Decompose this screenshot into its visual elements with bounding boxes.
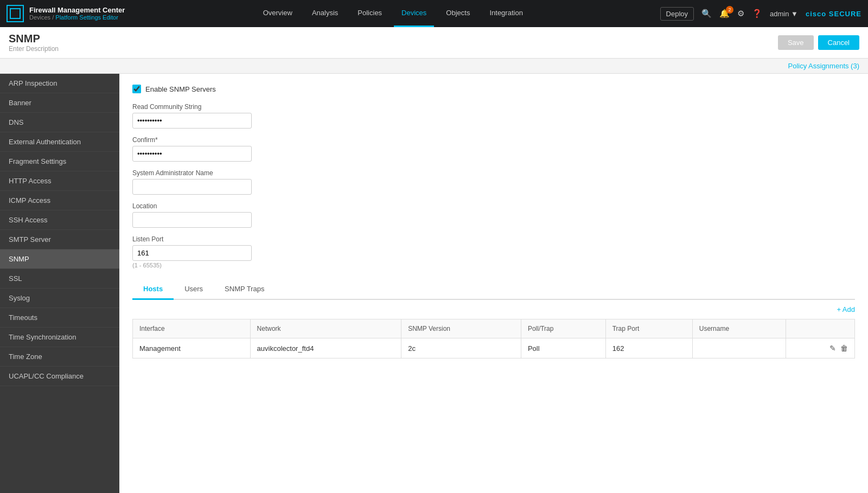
confirm-group: Confirm* bbox=[132, 136, 855, 162]
admin-menu[interactable]: admin ▼ bbox=[770, 10, 798, 18]
col-header-snmp-version: SNMP Version bbox=[401, 319, 521, 338]
tab-users[interactable]: Users bbox=[174, 279, 214, 300]
policy-assignments-link[interactable]: Policy Assignments (3) bbox=[788, 62, 860, 70]
nav-item-policies[interactable]: Policies bbox=[350, 0, 390, 27]
enable-snmp-label: Enable SNMP Servers bbox=[145, 85, 216, 93]
app-title: Firewall Management Center Devices / Pla… bbox=[29, 6, 125, 22]
sidebar-item-snmp[interactable]: SNMP bbox=[0, 249, 119, 269]
sidebar-item-time-synchronization[interactable]: Time Synchronization bbox=[0, 328, 119, 347]
nav-item-overview[interactable]: Overview bbox=[256, 0, 300, 27]
sidebar: ARP InspectionBannerDNSExternal Authenti… bbox=[0, 74, 119, 493]
tab-hosts[interactable]: Hosts bbox=[132, 279, 174, 300]
listen-port-group: Listen Port (1 - 65535) bbox=[132, 235, 855, 268]
sidebar-item-ucapl/cc-compliance[interactable]: UCAPL/CC Compliance bbox=[0, 367, 119, 386]
main-layout: ARP InspectionBannerDNSExternal Authenti… bbox=[0, 74, 868, 493]
col-header-poll-trap: Poll/Trap bbox=[521, 319, 605, 338]
nav-right-section: Deploy 🔍 🔔 2 ⚙ ❓ admin ▼ cisco SECURE bbox=[660, 7, 861, 21]
cell-trap-port: 162 bbox=[605, 338, 692, 358]
nav-menu: OverviewAnalysisPoliciesDevicesObjectsIn… bbox=[126, 0, 660, 27]
cell-interface: Management bbox=[133, 338, 251, 358]
nav-item-analysis[interactable]: Analysis bbox=[304, 0, 346, 27]
cancel-button[interactable]: Cancel bbox=[818, 35, 859, 50]
sidebar-item-fragment-settings[interactable]: Fragment Settings bbox=[0, 152, 119, 171]
listen-port-hint: (1 - 65535) bbox=[132, 262, 855, 268]
read-community-input[interactable] bbox=[132, 113, 252, 129]
policy-assignments-bar: Policy Assignments (3) bbox=[0, 59, 868, 74]
content-tabs: HostsUsersSNMP Traps bbox=[132, 279, 855, 300]
page-header: SNMP Enter Description Save Cancel bbox=[0, 27, 868, 59]
location-input[interactable] bbox=[132, 212, 252, 228]
content-area: Enable SNMP Servers Read Community Strin… bbox=[119, 74, 868, 493]
location-label: Location bbox=[132, 202, 855, 210]
sidebar-item-timeouts[interactable]: Timeouts bbox=[0, 308, 119, 328]
sidebar-item-arp-inspection[interactable]: ARP Inspection bbox=[0, 74, 119, 93]
cell-snmp-version: 2c bbox=[401, 338, 521, 358]
sysadmin-input[interactable] bbox=[132, 179, 252, 195]
enable-snmp-checkbox[interactable] bbox=[132, 85, 141, 93]
sysadmin-label: System Administrator Name bbox=[132, 169, 855, 177]
read-community-label: Read Community String bbox=[132, 103, 855, 111]
save-button[interactable]: Save bbox=[778, 35, 814, 50]
listen-port-input[interactable] bbox=[132, 245, 252, 261]
cisco-secure-logo: cisco SECURE bbox=[806, 10, 861, 18]
settings-icon[interactable]: ⚙ bbox=[737, 9, 744, 18]
search-icon[interactable]: 🔍 bbox=[701, 9, 712, 18]
col-header-username: Username bbox=[692, 319, 786, 338]
sidebar-item-banner[interactable]: Banner bbox=[0, 93, 119, 113]
tab-snmp-traps[interactable]: SNMP Traps bbox=[214, 279, 275, 300]
nav-item-objects[interactable]: Objects bbox=[438, 0, 477, 27]
add-button[interactable]: + Add bbox=[837, 305, 855, 313]
sidebar-item-icmp-access[interactable]: ICMP Access bbox=[0, 191, 119, 210]
col-header-network: Network bbox=[250, 319, 401, 338]
hosts-table: InterfaceNetworkSNMP VersionPoll/TrapTra… bbox=[132, 319, 855, 358]
listen-port-label: Listen Port bbox=[132, 235, 855, 243]
cell-actions: ✎ 🗑 bbox=[786, 338, 855, 358]
table-row: Managementauvikcolector_ftd42cPoll162 ✎ … bbox=[133, 338, 855, 358]
sysadmin-group: System Administrator Name bbox=[132, 169, 855, 195]
col-header-interface: Interface bbox=[133, 319, 251, 338]
table-body: Managementauvikcolector_ftd42cPoll162 ✎ … bbox=[133, 338, 855, 358]
cell-username bbox=[692, 338, 786, 358]
app-sub-title: Devices / Platform Settings Editor bbox=[29, 14, 125, 21]
help-icon[interactable]: ❓ bbox=[752, 9, 762, 18]
col-header-trap-port: Trap Port bbox=[605, 319, 692, 338]
table-header: InterfaceNetworkSNMP VersionPoll/TrapTra… bbox=[133, 319, 855, 338]
confirm-input[interactable] bbox=[132, 146, 252, 162]
sidebar-item-smtp-server[interactable]: SMTP Server bbox=[0, 230, 119, 249]
notifications-icon[interactable]: 🔔 2 bbox=[719, 9, 730, 18]
page-header-right: Save Cancel bbox=[778, 35, 859, 50]
edit-row-button[interactable]: ✎ bbox=[829, 344, 836, 353]
read-community-group: Read Community String bbox=[132, 103, 855, 129]
top-navigation: Firewall Management Center Devices / Pla… bbox=[0, 0, 868, 27]
app-logo-icon bbox=[7, 5, 24, 22]
sidebar-item-external-authentication[interactable]: External Authentication bbox=[0, 132, 119, 152]
app-main-title: Firewall Management Center bbox=[29, 6, 125, 15]
col-header-actions bbox=[786, 319, 855, 338]
nav-item-devices[interactable]: Devices bbox=[394, 0, 434, 27]
location-group: Location bbox=[132, 202, 855, 228]
page-title: SNMP bbox=[9, 33, 59, 45]
notifications-badge: 2 bbox=[726, 6, 733, 14]
sidebar-item-syslog[interactable]: Syslog bbox=[0, 289, 119, 308]
cell-network: auvikcolector_ftd4 bbox=[250, 338, 401, 358]
sidebar-item-dns[interactable]: DNS bbox=[0, 113, 119, 132]
sidebar-item-ssl[interactable]: SSL bbox=[0, 269, 119, 289]
cell-poll-trap: Poll bbox=[521, 338, 605, 358]
confirm-label: Confirm* bbox=[132, 136, 855, 144]
sidebar-item-http-access[interactable]: HTTP Access bbox=[0, 171, 119, 191]
page-header-left: SNMP Enter Description bbox=[9, 33, 59, 53]
page-description: Enter Description bbox=[9, 45, 59, 53]
enable-snmp-row: Enable SNMP Servers bbox=[132, 85, 855, 93]
sidebar-item-ssh-access[interactable]: SSH Access bbox=[0, 210, 119, 230]
delete-row-button[interactable]: 🗑 bbox=[840, 344, 848, 353]
nav-item-integration[interactable]: Integration bbox=[482, 0, 530, 27]
table-toolbar: + Add bbox=[132, 300, 855, 319]
deploy-button[interactable]: Deploy bbox=[660, 7, 694, 21]
sidebar-item-time-zone[interactable]: Time Zone bbox=[0, 347, 119, 367]
logo-area: Firewall Management Center Devices / Pla… bbox=[7, 5, 126, 22]
